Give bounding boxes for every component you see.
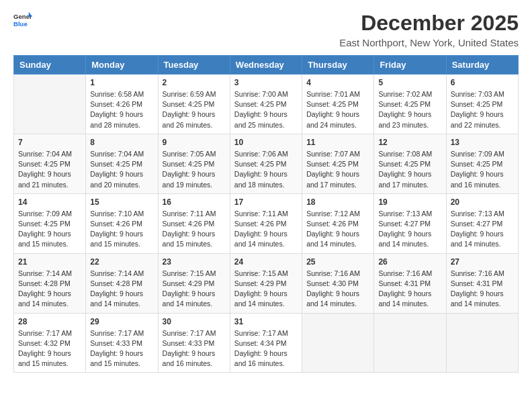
daylight-text: Daylight: 9 hours and 14 minutes. xyxy=(306,289,369,309)
daylight-text: Daylight: 9 hours and 17 minutes. xyxy=(378,169,441,189)
calendar-cell: 5Sunrise: 7:02 AMSunset: 4:25 PMDaylight… xyxy=(374,75,446,134)
day-info: Sunrise: 7:14 AMSunset: 4:28 PMDaylight:… xyxy=(18,269,81,310)
sunrise-text: Sunrise: 7:17 AM xyxy=(234,328,298,338)
logo: General Blue xyxy=(13,11,32,30)
sunset-text: Sunset: 4:25 PM xyxy=(18,159,81,169)
calendar-cell: 12Sunrise: 7:08 AMSunset: 4:25 PMDayligh… xyxy=(374,134,446,193)
sunset-text: Sunset: 4:25 PM xyxy=(306,159,369,169)
day-number: 23 xyxy=(163,257,226,267)
day-info: Sunrise: 7:17 AMSunset: 4:33 PMDaylight:… xyxy=(90,328,153,369)
sunset-text: Sunset: 4:33 PM xyxy=(163,338,226,349)
sunrise-text: Sunrise: 7:12 AM xyxy=(306,209,369,219)
calendar-cell: 21Sunrise: 7:14 AMSunset: 4:28 PMDayligh… xyxy=(14,253,86,313)
calendar-cell: 1Sunrise: 6:58 AMSunset: 4:26 PMDaylight… xyxy=(86,75,158,134)
page-subtitle: East Northport, New York, United States xyxy=(339,37,519,48)
calendar-cell: 15Sunrise: 7:10 AMSunset: 4:26 PMDayligh… xyxy=(86,193,158,253)
day-number: 24 xyxy=(234,257,298,267)
day-number: 29 xyxy=(90,317,153,326)
daylight-text: Daylight: 9 hours and 14 minutes. xyxy=(163,289,226,309)
sunset-text: Sunset: 4:32 PM xyxy=(18,338,81,349)
daylight-text: Daylight: 9 hours and 23 minutes. xyxy=(378,109,441,130)
day-number: 22 xyxy=(90,257,153,267)
day-info: Sunrise: 7:11 AMSunset: 4:26 PMDaylight:… xyxy=(234,209,298,250)
day-number: 7 xyxy=(18,138,81,147)
day-info: Sunrise: 7:16 AMSunset: 4:30 PMDaylight:… xyxy=(306,269,369,310)
sunrise-text: Sunrise: 7:16 AM xyxy=(378,269,441,279)
calendar-cell: 22Sunrise: 7:14 AMSunset: 4:28 PMDayligh… xyxy=(86,253,158,313)
sunset-text: Sunset: 4:29 PM xyxy=(163,279,226,289)
calendar-cell: 17Sunrise: 7:11 AMSunset: 4:26 PMDayligh… xyxy=(230,193,302,253)
sunset-text: Sunset: 4:25 PM xyxy=(18,219,81,229)
sunset-text: Sunset: 4:25 PM xyxy=(451,99,514,109)
sunrise-text: Sunrise: 7:09 AM xyxy=(18,209,81,219)
sunset-text: Sunset: 4:25 PM xyxy=(163,159,226,169)
daylight-text: Daylight: 9 hours and 15 minutes. xyxy=(18,229,81,249)
calendar-cell: 10Sunrise: 7:06 AMSunset: 4:25 PMDayligh… xyxy=(230,134,302,193)
calendar-cell: 11Sunrise: 7:07 AMSunset: 4:25 PMDayligh… xyxy=(302,134,374,193)
sunrise-text: Sunrise: 7:04 AM xyxy=(90,149,153,159)
calendar-cell: 28Sunrise: 7:17 AMSunset: 4:32 PMDayligh… xyxy=(14,313,86,373)
day-info: Sunrise: 7:12 AMSunset: 4:26 PMDaylight:… xyxy=(306,209,369,250)
daylight-text: Daylight: 9 hours and 24 minutes. xyxy=(306,109,369,130)
sunrise-text: Sunrise: 7:02 AM xyxy=(378,89,441,99)
sunset-text: Sunset: 4:28 PM xyxy=(90,279,153,289)
sunrise-text: Sunrise: 7:17 AM xyxy=(18,328,81,338)
calendar-week-2: 7Sunrise: 7:04 AMSunset: 4:25 PMDaylight… xyxy=(14,134,519,193)
page-title: December 2025 xyxy=(339,11,519,36)
day-number: 31 xyxy=(234,317,298,326)
sunset-text: Sunset: 4:25 PM xyxy=(234,99,298,109)
calendar-cell: 14Sunrise: 7:09 AMSunset: 4:25 PMDayligh… xyxy=(14,193,86,253)
sunrise-text: Sunrise: 7:17 AM xyxy=(90,328,153,338)
calendar-cell xyxy=(14,75,86,134)
sunset-text: Sunset: 4:25 PM xyxy=(378,159,441,169)
day-number: 2 xyxy=(163,78,226,87)
sunset-text: Sunset: 4:33 PM xyxy=(90,338,153,349)
sunset-text: Sunset: 4:31 PM xyxy=(378,279,441,289)
sunrise-text: Sunrise: 7:06 AM xyxy=(234,149,298,159)
day-info: Sunrise: 7:01 AMSunset: 4:25 PMDaylight:… xyxy=(306,89,369,130)
logo-icon: General Blue xyxy=(13,11,32,30)
sunrise-text: Sunrise: 7:14 AM xyxy=(90,269,153,279)
daylight-text: Daylight: 9 hours and 14 minutes. xyxy=(18,289,81,309)
day-number: 10 xyxy=(234,138,298,147)
sunset-text: Sunset: 4:31 PM xyxy=(451,279,514,289)
day-number: 9 xyxy=(163,138,226,147)
sunset-text: Sunset: 4:34 PM xyxy=(234,338,298,349)
sunrise-text: Sunrise: 6:58 AM xyxy=(90,89,153,99)
sunset-text: Sunset: 4:25 PM xyxy=(451,159,514,169)
sunset-text: Sunset: 4:26 PM xyxy=(306,219,369,229)
daylight-text: Daylight: 9 hours and 14 minutes. xyxy=(234,229,298,249)
day-number: 16 xyxy=(163,197,226,207)
day-info: Sunrise: 7:15 AMSunset: 4:29 PMDaylight:… xyxy=(234,269,298,310)
daylight-text: Daylight: 9 hours and 16 minutes. xyxy=(451,169,514,189)
sunset-text: Sunset: 4:26 PM xyxy=(163,219,226,229)
sunrise-text: Sunrise: 7:13 AM xyxy=(451,209,514,219)
day-number: 5 xyxy=(378,78,441,87)
day-number: 17 xyxy=(234,197,298,207)
day-info: Sunrise: 7:04 AMSunset: 4:25 PMDaylight:… xyxy=(90,149,153,190)
day-number: 26 xyxy=(378,257,441,267)
day-info: Sunrise: 6:59 AMSunset: 4:25 PMDaylight:… xyxy=(163,89,226,130)
sunset-text: Sunset: 4:29 PM xyxy=(234,279,298,289)
daylight-text: Daylight: 9 hours and 16 minutes. xyxy=(234,349,298,369)
calendar-cell: 29Sunrise: 7:17 AMSunset: 4:33 PMDayligh… xyxy=(86,313,158,373)
day-number: 18 xyxy=(306,197,369,207)
day-number: 14 xyxy=(18,197,81,207)
daylight-text: Daylight: 9 hours and 25 minutes. xyxy=(234,109,298,130)
column-header-monday: Monday xyxy=(86,56,158,75)
calendar-cell: 18Sunrise: 7:12 AMSunset: 4:26 PMDayligh… xyxy=(302,193,374,253)
daylight-text: Daylight: 9 hours and 15 minutes. xyxy=(90,349,153,369)
sunrise-text: Sunrise: 7:15 AM xyxy=(163,269,226,279)
day-info: Sunrise: 7:07 AMSunset: 4:25 PMDaylight:… xyxy=(306,149,369,190)
sunrise-text: Sunrise: 7:13 AM xyxy=(378,209,441,219)
sunset-text: Sunset: 4:30 PM xyxy=(306,279,369,289)
daylight-text: Daylight: 9 hours and 16 minutes. xyxy=(163,349,226,369)
sunset-text: Sunset: 4:26 PM xyxy=(90,99,153,109)
day-number: 21 xyxy=(18,257,81,267)
daylight-text: Daylight: 9 hours and 14 minutes. xyxy=(378,289,441,309)
daylight-text: Daylight: 9 hours and 19 minutes. xyxy=(163,169,226,189)
sunset-text: Sunset: 4:25 PM xyxy=(163,99,226,109)
day-number: 28 xyxy=(18,317,81,326)
sunrise-text: Sunrise: 7:10 AM xyxy=(90,209,153,219)
daylight-text: Daylight: 9 hours and 26 minutes. xyxy=(163,109,226,130)
